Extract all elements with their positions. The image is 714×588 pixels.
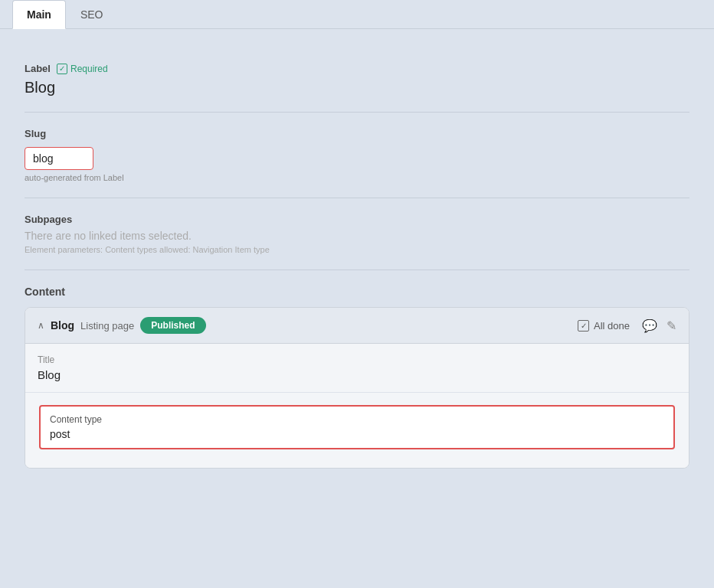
label-value: Blog: [25, 79, 689, 96]
slug-field-label: Slug: [25, 128, 46, 139]
published-badge: Published: [140, 317, 205, 334]
card-field-title-label: Title: [38, 354, 676, 365]
card-body: Title Blog Content type post: [25, 344, 689, 468]
slug-hint: auto-generated from Label: [25, 173, 689, 182]
comment-icon[interactable]: 💬: [642, 318, 657, 333]
required-check-icon: ✓: [57, 64, 67, 74]
slug-input[interactable]: [25, 147, 93, 170]
label-field-label: Label: [25, 63, 51, 74]
card-field-content-type: Content type post: [39, 405, 675, 449]
subpages-section: Subpages There are no linked items selec…: [25, 198, 689, 270]
tab-seo[interactable]: SEO: [66, 0, 118, 29]
all-done-label: All done: [594, 320, 630, 332]
card-page-type: Listing page: [80, 320, 134, 332]
required-text: Required: [70, 64, 108, 74]
all-done-check-icon: ✓: [578, 320, 589, 332]
subpages-field-label: Subpages: [25, 214, 72, 225]
label-field-row: Label ✓ Required: [25, 63, 689, 74]
card-header-actions: 💬 ✎: [642, 318, 676, 333]
card-field-title-value: Blog: [38, 368, 676, 381]
content-card: ∧ Blog Listing page Published ✓ All done…: [25, 307, 689, 469]
card-header: ∧ Blog Listing page Published ✓ All done…: [25, 308, 689, 344]
tab-main[interactable]: Main: [12, 0, 66, 29]
all-done-row: ✓ All done: [578, 320, 630, 332]
tabs-bar: Main SEO: [0, 0, 714, 29]
edit-icon[interactable]: ✎: [667, 318, 676, 333]
slug-section: Slug auto-generated from Label: [25, 113, 689, 198]
content-section: Content ∧ Blog Listing page Published ✓ …: [25, 270, 689, 484]
card-field-content-type-label: Content type: [50, 414, 664, 425]
card-field-title: Title Blog: [25, 344, 689, 393]
required-badge: ✓ Required: [57, 64, 108, 74]
subpages-field-row: Subpages: [25, 214, 689, 225]
subpages-hint: Element parameters: Content types allowe…: [25, 245, 689, 254]
content-area: Label ✓ Required Blog Slug auto-generate…: [0, 29, 714, 502]
content-section-label: Content: [25, 286, 689, 298]
subpages-empty-text: There are no linked items selected.: [25, 230, 689, 242]
card-title: Blog: [51, 319, 74, 332]
card-header-left: ∧ Blog Listing page Published: [38, 317, 565, 334]
card-field-content-type-wrapper: Content type post: [25, 393, 689, 468]
page-wrapper: Main SEO Label ✓ Required Blog Slug auto…: [0, 0, 714, 588]
chevron-up-icon[interactable]: ∧: [38, 320, 44, 331]
slug-field-row: Slug: [25, 128, 689, 139]
card-field-content-type-value: post: [50, 428, 664, 440]
label-section: Label ✓ Required Blog: [25, 47, 689, 113]
